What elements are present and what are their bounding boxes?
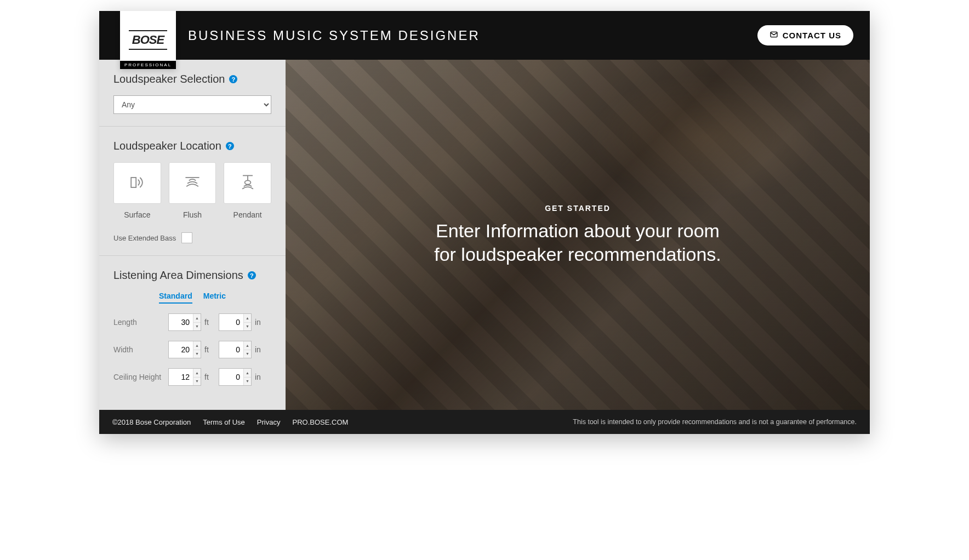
main-hero: GET STARTED Enter Information about your… [286,60,870,410]
dim-label-ceiling: Ceiling Height [113,372,163,382]
unit-ft: ft [204,345,213,354]
stepper-up-icon[interactable]: ▲ [193,314,201,323]
dimensions-title-row: Listening Area Dimensions ? [113,269,271,282]
unit-in: in [255,318,264,327]
footer-link-terms[interactable]: Terms of Use [203,418,245,426]
stepper-down-icon[interactable]: ▼ [244,323,251,331]
footer-link-probose[interactable]: PRO.BOSE.COM [292,418,348,426]
stepper-down-icon[interactable]: ▼ [193,378,201,386]
width-ft-stepper: ▲▼ [168,341,201,358]
envelope-icon [770,30,778,41]
stepper-down-icon[interactable]: ▼ [193,350,201,358]
loudspeaker-select[interactable]: Any [113,95,271,114]
section-loudspeaker-location: Loudspeaker Location ? [99,127,286,256]
ceiling-ft-stepper: ▲▼ [168,368,201,386]
help-icon[interactable]: ? [248,271,256,279]
stepper-down-icon[interactable]: ▼ [244,378,251,386]
brand-wordmark: BOSE [132,33,164,47]
length-ft-stepper: ▲▼ [168,313,201,331]
stepper-up-icon[interactable]: ▲ [244,341,251,350]
ceiling-in-stepper: ▲▼ [219,368,252,386]
location-title: Loudspeaker Location [113,140,221,152]
footer-link-privacy[interactable]: Privacy [257,418,281,426]
section-dimensions: Listening Area Dimensions ? Standard Met… [99,256,286,398]
contact-us-button[interactable]: CONTACT US [757,25,853,45]
location-option-pendant: Pendant [224,162,271,219]
location-option-surface: Surface [113,162,161,219]
footer: ©2018 Bose Corporation Terms of Use Priv… [99,410,870,434]
brand-logo: BOSE PROFESSIONAL [120,11,176,69]
tab-standard[interactable]: Standard [159,292,192,304]
location-button-flush[interactable] [169,162,216,204]
sidebar: Loudspeaker Selection ? Any Loudspeaker … [99,60,286,410]
ceiling-in-input[interactable] [219,369,243,385]
ceiling-ft-input[interactable] [169,369,193,385]
pendant-speaker-icon [238,173,258,194]
help-icon[interactable]: ? [229,75,237,83]
location-option-flush: Flush [169,162,216,219]
stepper-up-icon[interactable]: ▲ [193,369,201,378]
length-in-input[interactable] [219,314,243,330]
unit-in: in [255,373,264,381]
footer-copyright: ©2018 Bose Corporation [112,418,191,426]
tab-metric[interactable]: Metric [203,292,226,304]
stepper-up-icon[interactable]: ▲ [244,314,251,323]
flush-speaker-icon [183,173,202,194]
section-loudspeaker-selection: Loudspeaker Selection ? Any [99,60,286,127]
stepper-up-icon[interactable]: ▲ [244,369,251,378]
hero-text: GET STARTED Enter Information about your… [434,204,721,266]
selection-title: Loudspeaker Selection [113,73,225,85]
dim-row-width: Width ▲▼ ft ▲▼ in [113,341,271,358]
location-options: Surface [113,162,271,219]
hero-line-2: for loudspeaker recommendations. [434,243,721,266]
dim-label-width: Width [113,345,163,355]
surface-speaker-icon [127,173,147,194]
hero-line-1: Enter Information about your room [434,219,721,243]
width-in-stepper: ▲▼ [219,341,252,358]
location-button-pendant[interactable] [224,162,271,204]
unit-tabs: Standard Metric [113,292,271,304]
location-label-surface: Surface [113,210,161,219]
svg-point-5 [244,180,250,184]
hero-kicker: GET STARTED [434,204,721,213]
dim-row-length: Length ▲▼ ft ▲▼ in [113,313,271,331]
location-label-flush: Flush [169,210,216,219]
length-ft-input[interactable] [169,314,193,330]
help-icon[interactable]: ? [226,142,234,150]
length-in-stepper: ▲▼ [219,313,252,331]
location-title-row: Loudspeaker Location ? [113,140,271,152]
stepper-down-icon[interactable]: ▼ [193,323,201,331]
dimensions-title: Listening Area Dimensions [113,269,243,282]
unit-in: in [255,345,264,354]
width-in-input[interactable] [219,341,243,358]
unit-ft: ft [204,373,213,381]
header: BOSE PROFESSIONAL BUSINESS MUSIC SYSTEM … [99,11,870,60]
extended-bass-label: Use Extended Bass [113,234,176,242]
app-title: BUSINESS MUSIC SYSTEM DESIGNER [188,28,480,43]
footer-disclaimer: This tool is intended to only provide re… [573,418,857,426]
stepper-up-icon[interactable]: ▲ [193,341,201,350]
dim-row-ceiling: Ceiling Height ▲▼ ft ▲▼ in [113,368,271,386]
contact-us-label: CONTACT US [783,31,841,40]
brand-subline: PROFESSIONAL [120,61,176,69]
dim-label-length: Length [113,317,163,327]
extended-bass-checkbox[interactable] [181,232,192,243]
stepper-down-icon[interactable]: ▼ [244,350,251,358]
unit-ft: ft [204,318,213,327]
svg-rect-1 [132,178,136,187]
width-ft-input[interactable] [169,341,193,358]
location-button-surface[interactable] [113,162,161,204]
extended-bass-row: Use Extended Bass [113,232,271,243]
location-label-pendant: Pendant [224,210,271,219]
app-frame: BOSE PROFESSIONAL BUSINESS MUSIC SYSTEM … [99,11,870,434]
selection-title-row: Loudspeaker Selection ? [113,73,271,85]
body: Loudspeaker Selection ? Any Loudspeaker … [99,60,870,410]
